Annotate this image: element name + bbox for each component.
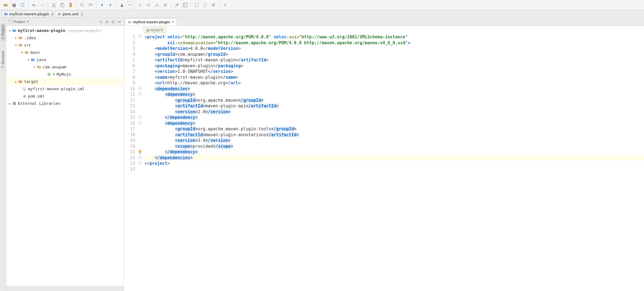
tab-structure[interactable]: 7: Structure — [1, 49, 6, 70]
chevron-right-icon[interactable]: ▶ — [14, 36, 18, 40]
tree-iml[interactable]: myfirst-maven-plugin.iml — [6, 85, 124, 93]
replace-icon[interactable] — [87, 1, 94, 9]
tab-project[interactable]: 1: Project — [1, 24, 6, 41]
tree-root[interactable]: ▼ myfirst-maven-plugin ~/projects/myfir — [6, 27, 124, 34]
horizontal-scrollbar[interactable] — [6, 287, 124, 291]
chevron-down-icon[interactable]: ▼ — [8, 29, 12, 32]
gear-icon[interactable] — [111, 19, 116, 24]
svg-point-6 — [147, 4, 150, 6]
hide-icon[interactable] — [117, 19, 122, 24]
svg-rect-25 — [15, 102, 16, 105]
help-icon[interactable]: ? — [221, 1, 229, 9]
project-tool-window: Project ▾ ▼ myfirst-maven-plugin ~/proje… — [6, 18, 124, 291]
intention-bulb-icon[interactable] — [138, 150, 142, 154]
package-icon — [36, 64, 41, 70]
wrench-icon[interactable] — [173, 1, 181, 9]
paste-icon[interactable] — [67, 1, 75, 9]
chevron-right-icon[interactable]: ▶ — [14, 80, 18, 83]
folder-icon — [18, 35, 23, 40]
redo-icon[interactable] — [38, 1, 46, 9]
tree-class[interactable]: c MyMojo — [6, 71, 124, 78]
editor-tabs: m myfirst-maven-plugin × — [124, 18, 644, 26]
tree-external-libs[interactable]: ▶ External Libraries — [6, 100, 124, 107]
svg-point-4 — [80, 3, 83, 6]
close-icon[interactable]: × — [172, 20, 174, 24]
tree-src-label: src — [24, 43, 31, 47]
chevron-down-icon[interactable]: ▼ — [20, 51, 24, 54]
tree-idea-label: .idea — [24, 36, 36, 40]
breadcrumb-project[interactable]: myfirst-maven-plugin — [2, 11, 52, 17]
fold-marker[interactable]: − — [138, 92, 142, 95]
svg-rect-9 — [195, 3, 198, 7]
back-icon[interactable] — [98, 1, 106, 9]
fold-marker[interactable]: − — [138, 121, 142, 124]
tab-structure-label: 7: Structure — [1, 51, 5, 68]
collapse-icon[interactable] — [105, 19, 110, 24]
forward-icon[interactable] — [106, 1, 114, 9]
xml-breadcrumb-item[interactable]: project — [143, 27, 166, 33]
fold-marker[interactable]: − — [138, 86, 142, 89]
left-tool-gutter: 1: Project 7: Structure — [0, 18, 6, 291]
tree-class-label: MyMojo — [57, 72, 71, 77]
open-icon[interactable] — [2, 1, 10, 9]
debug-icon[interactable] — [145, 1, 152, 9]
project-panel-title: Project — [13, 20, 25, 24]
maven-icon: m — [57, 12, 61, 16]
coverage-icon[interactable] — [153, 1, 161, 9]
navigation-breadcrumb: myfirst-maven-plugin m pom.xml — [0, 10, 644, 18]
undo-icon[interactable] — [30, 1, 38, 9]
chevron-down-icon[interactable]: ▾ — [27, 20, 29, 24]
breadcrumb-file[interactable]: m pom.xml — [55, 11, 81, 17]
chevron-down-icon[interactable]: ▼ — [14, 44, 18, 47]
avd-icon[interactable] — [201, 1, 209, 9]
save-all-icon[interactable] — [10, 1, 18, 9]
folder-icon — [18, 43, 23, 48]
tab-project-label: 1: Project — [1, 25, 5, 40]
project-tree[interactable]: ▼ myfirst-maven-plugin ~/projects/myfir … — [6, 26, 124, 287]
tree-idea[interactable]: ▶ .idea — [6, 34, 124, 41]
chevron-down-icon[interactable]: ▼ — [33, 66, 36, 69]
run-icon[interactable] — [136, 1, 144, 9]
maven-icon: m — [128, 20, 131, 24]
tree-java-label: java — [36, 57, 46, 62]
code-editor[interactable]: 123456789101112131415161718192021222324 … — [124, 34, 644, 291]
sdk-icon[interactable] — [193, 1, 201, 9]
dropdown-icon[interactable] — [126, 1, 133, 9]
stop-icon[interactable] — [161, 1, 169, 9]
tree-main[interactable]: ▼ main — [6, 49, 124, 56]
fold-marker-end[interactable]: − — [138, 156, 142, 159]
svg-point-12 — [214, 4, 215, 4]
source-folder-icon — [30, 57, 35, 62]
android-icon[interactable] — [210, 1, 217, 9]
library-icon — [12, 101, 17, 106]
tree-target[interactable]: ▶ target — [6, 78, 124, 85]
code-body[interactable]: <project xmlns="http://maven.apache.org/… — [143, 34, 644, 291]
editor-area: m myfirst-maven-plugin × project 1234567… — [124, 18, 644, 291]
chevron-down-icon[interactable]: ▼ — [26, 58, 30, 61]
fold-marker[interactable]: − — [138, 34, 142, 38]
fold-marker-end[interactable]: − — [138, 115, 142, 118]
target-icon[interactable] — [98, 19, 103, 24]
chevron-right-icon[interactable]: ▶ — [8, 102, 12, 105]
runnable-icon — [53, 72, 55, 77]
svg-rect-23 — [13, 102, 14, 105]
build-icon[interactable] — [118, 1, 126, 9]
tree-java[interactable]: ▼ java — [6, 56, 124, 63]
find-icon[interactable] — [78, 1, 86, 9]
project-structure-icon[interactable] — [181, 1, 189, 9]
refresh-icon[interactable] — [18, 1, 26, 9]
folder-icon — [4, 12, 8, 16]
tree-root-path: ~/projects/myfir — [67, 29, 102, 33]
svg-point-18 — [39, 67, 40, 68]
fold-marker-end[interactable]: − — [138, 161, 142, 164]
copy-icon[interactable] — [58, 1, 66, 9]
tree-pom[interactable]: m pom.xml — [6, 93, 124, 100]
svg-rect-24 — [14, 102, 15, 105]
tree-iml-label: myfirst-maven-plugin.iml — [28, 87, 85, 91]
editor-tab-active[interactable]: m myfirst-maven-plugin × — [125, 18, 177, 26]
tree-package[interactable]: ▼ com.anupam — [6, 63, 124, 71]
tree-root-label: myfirst-maven-plugin — [18, 28, 65, 33]
tree-src[interactable]: ▼ src — [6, 41, 124, 49]
svg-rect-2 — [70, 3, 72, 7]
cut-icon[interactable] — [50, 1, 58, 9]
